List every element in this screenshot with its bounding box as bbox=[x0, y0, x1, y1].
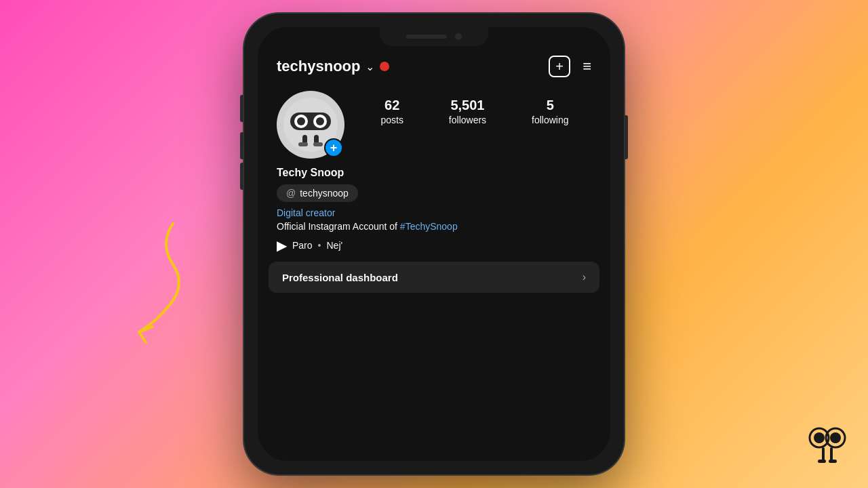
svg-point-13 bbox=[316, 117, 324, 125]
svg-point-3 bbox=[830, 432, 841, 443]
profile-info: Techy Snoop @ techysnoop Digital creator… bbox=[258, 159, 610, 253]
phone-device: techysnoop ⌄ + ≡ bbox=[244, 14, 624, 474]
music-artist: Nej' bbox=[326, 240, 342, 251]
followers-stat[interactable]: 5,501 followers bbox=[449, 98, 486, 125]
hamburger-icon: ≡ bbox=[583, 58, 591, 75]
menu-button[interactable]: ≡ bbox=[583, 58, 591, 75]
svg-rect-14 bbox=[308, 118, 313, 125]
notch-speaker bbox=[406, 35, 447, 39]
bio-text: Official Instagram Account of #TechySnoo… bbox=[277, 221, 591, 232]
profile-header: techysnoop ⌄ + ≡ bbox=[258, 46, 610, 84]
creator-category: Digital creator bbox=[277, 207, 591, 218]
add-post-button[interactable]: + bbox=[549, 56, 570, 77]
following-label: following bbox=[532, 115, 568, 125]
dashboard-chevron-icon: › bbox=[583, 271, 586, 283]
phone-screen: techysnoop ⌄ + ≡ bbox=[258, 27, 610, 461]
followers-count: 5,501 bbox=[450, 98, 484, 113]
following-count: 5 bbox=[547, 98, 554, 113]
bottom-logo-watermark bbox=[807, 424, 848, 474]
bio-hashtag[interactable]: #TechySnoop bbox=[400, 221, 458, 232]
plus-icon: + bbox=[330, 141, 338, 155]
svg-point-11 bbox=[297, 117, 305, 125]
posts-stat[interactable]: 62 posts bbox=[380, 98, 403, 125]
header-actions: + ≡ bbox=[549, 56, 591, 77]
threads-icon: @ bbox=[286, 188, 296, 199]
svg-rect-18 bbox=[313, 142, 323, 146]
bio-prefix: Official Instagram Account of bbox=[277, 221, 400, 232]
svg-rect-4 bbox=[822, 447, 825, 461]
svg-rect-6 bbox=[818, 460, 826, 463]
svg-rect-17 bbox=[298, 142, 308, 146]
avatar-container[interactable]: + bbox=[277, 91, 344, 159]
play-icon: ▶ bbox=[277, 237, 287, 253]
music-row[interactable]: ▶ Paro • Nej' bbox=[277, 237, 591, 253]
threads-badge[interactable]: @ techysnoop bbox=[277, 184, 358, 202]
profile-stats-row: + 62 posts 5,501 followers 5 following bbox=[258, 84, 610, 159]
display-name: Techy Snoop bbox=[277, 167, 591, 179]
music-title: Paro bbox=[292, 240, 313, 251]
posts-count: 62 bbox=[384, 98, 399, 113]
svg-rect-5 bbox=[830, 447, 833, 461]
svg-rect-7 bbox=[829, 460, 837, 463]
followers-label: followers bbox=[449, 115, 486, 125]
svg-point-1 bbox=[814, 432, 825, 443]
add-post-icon: + bbox=[555, 59, 564, 75]
header-left: techysnoop ⌄ bbox=[277, 58, 389, 75]
notification-dot bbox=[380, 62, 389, 71]
annotation-arrow bbox=[132, 217, 214, 352]
username-label[interactable]: techysnoop bbox=[277, 58, 360, 75]
posts-label: posts bbox=[380, 115, 403, 125]
threads-handle: techysnoop bbox=[300, 188, 349, 199]
stats-row: 62 posts 5,501 followers 5 following bbox=[358, 91, 591, 125]
avatar-add-button[interactable]: + bbox=[324, 138, 343, 157]
professional-dashboard[interactable]: Professional dashboard › bbox=[269, 262, 599, 293]
notch-camera bbox=[455, 33, 462, 40]
music-separator: • bbox=[318, 240, 321, 251]
following-stat[interactable]: 5 following bbox=[532, 98, 568, 125]
account-switcher-icon[interactable]: ⌄ bbox=[366, 60, 374, 73]
dashboard-label: Professional dashboard bbox=[282, 272, 398, 283]
phone-notch bbox=[380, 27, 488, 46]
